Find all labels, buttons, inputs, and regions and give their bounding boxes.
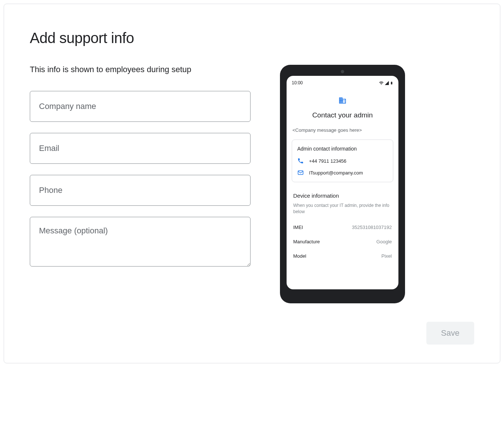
page-title: Add support info	[30, 30, 474, 46]
device-row-model: Model Pixel	[293, 253, 392, 259]
phone-icon	[297, 158, 304, 164]
device-label: Manufacture	[293, 239, 320, 244]
preview-company-message: <Company message goes here>	[292, 127, 393, 133]
contact-phone-value: +44 7911 123456	[309, 158, 347, 164]
save-button[interactable]: Save	[426, 322, 474, 345]
company-name-input[interactable]	[30, 91, 251, 122]
button-row: Save	[30, 322, 474, 345]
device-info-hint: When you contact your IT admin, provide …	[293, 202, 392, 215]
battery-icon	[390, 81, 393, 85]
contact-email-row: ITsupport@company.com	[297, 169, 388, 176]
device-value: Google	[376, 239, 392, 244]
device-label: Model	[293, 253, 306, 259]
device-label: IMEI	[293, 225, 303, 230]
status-time: 10:00	[292, 80, 303, 85]
status-icons	[379, 81, 393, 85]
building-icon	[292, 96, 393, 106]
preview-column: 10:00 Contact your admin <Company messag…	[280, 65, 405, 303]
contact-card-title: Admin contact information	[297, 146, 388, 152]
device-value: Pixel	[381, 253, 392, 259]
device-value: 352531081037192	[352, 225, 392, 230]
email-icon	[297, 169, 304, 176]
device-info-section: Device information When you contact your…	[292, 193, 393, 259]
page-subtitle: This info is shown to employees during s…	[30, 65, 251, 74]
device-row-manufacture: Manufacture Google	[293, 239, 392, 244]
phone-screen: 10:00 Contact your admin <Company messag…	[287, 76, 398, 289]
device-row-imei: IMEI 352531081037192	[293, 225, 392, 230]
phone-preview-frame: 10:00 Contact your admin <Company messag…	[280, 65, 405, 303]
phone-input[interactable]	[30, 175, 251, 206]
add-support-info-panel: Add support info This info is shown to e…	[4, 4, 500, 363]
signal-icon	[384, 81, 389, 85]
admin-contact-card: Admin contact information +44 7911 12345…	[292, 140, 393, 182]
form-column: This info is shown to employees during s…	[30, 65, 251, 303]
message-textarea[interactable]	[30, 217, 251, 267]
email-input[interactable]	[30, 133, 251, 164]
phone-status-bar: 10:00	[292, 80, 393, 85]
contact-email-value: ITsupport@company.com	[309, 170, 363, 176]
preview-screen-title: Contact your admin	[292, 111, 393, 119]
phone-camera-dot	[341, 70, 344, 73]
device-info-title: Device information	[293, 193, 392, 199]
contact-phone-row: +44 7911 123456	[297, 158, 388, 164]
wifi-icon	[379, 81, 384, 85]
